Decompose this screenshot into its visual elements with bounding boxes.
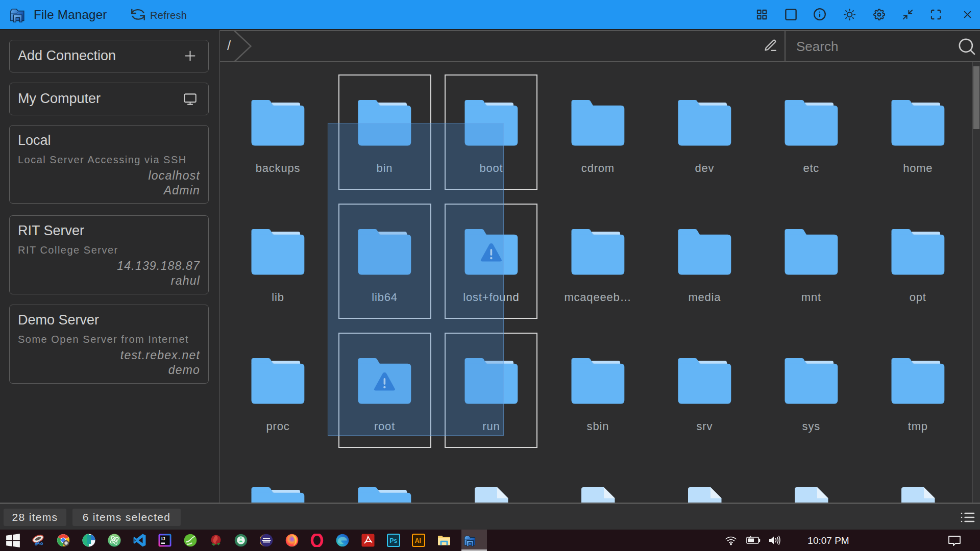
svg-text:IJ: IJ (161, 536, 165, 541)
svg-text:Ps: Ps (389, 537, 397, 544)
svg-text:Ai: Ai (415, 537, 421, 544)
